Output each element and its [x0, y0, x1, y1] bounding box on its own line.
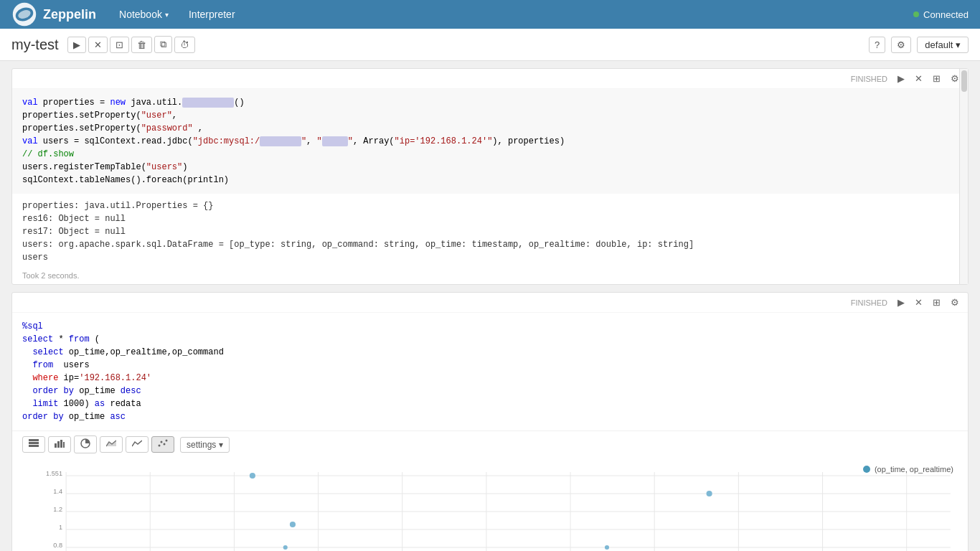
svg-point-57: [290, 522, 296, 527]
svg-point-13: [161, 441, 163, 443]
cell-2-status: FINISHED: [851, 298, 887, 307]
header-right: ? ⚙ default ▾: [869, 37, 969, 53]
legend-label: (op_time, op_realtime): [875, 465, 953, 474]
viz-table-button[interactable]: [22, 436, 45, 453]
chart-area: (op_time, op_realtime) .grid-line { stro…: [12, 458, 968, 551]
cell-2-header: FINISHED ▶ ✕ ⊞ ⚙: [12, 293, 968, 313]
stop-button[interactable]: ✕: [88, 37, 108, 53]
viz-line-button[interactable]: [126, 436, 149, 453]
pie-chart-icon: [80, 438, 90, 448]
delete-button[interactable]: 🗑: [131, 37, 152, 53]
area-chart-icon: [106, 439, 116, 448]
cell-2-table-button[interactable]: ⊞: [930, 296, 943, 309]
scatter-chart: .grid-line { stroke: #e8e8e8; stroke-wid…: [22, 465, 958, 551]
cell-1-header: FINISHED ▶ ✕ ⊞ ⚙: [12, 69, 968, 89]
svg-text:1.2: 1.2: [53, 506, 62, 513]
cell-1-scrollbar[interactable]: [959, 69, 968, 284]
toolbar-group: ▶ ✕ ⊡ 🗑 ⧉ ⏱: [67, 36, 195, 53]
nav-notebook[interactable]: Notebook ▾: [110, 4, 177, 24]
bar-chart-icon: [55, 439, 65, 448]
svg-point-12: [159, 445, 161, 447]
svg-rect-9: [63, 442, 65, 448]
page-title: my-test: [11, 37, 59, 53]
cell-2-stop-button[interactable]: ✕: [912, 296, 925, 309]
cell-1-output: properties: java.util.Properties = {} re…: [12, 194, 968, 270]
cell-2-run-button[interactable]: ▶: [895, 296, 908, 309]
table-icon: [29, 439, 39, 448]
svg-point-56: [250, 473, 255, 479]
page-header: my-test ▶ ✕ ⊡ 🗑 ⧉ ⏱ ? ⚙ default ▾: [0, 29, 980, 61]
settings-button[interactable]: ⚙: [891, 37, 911, 53]
svg-point-75: [605, 545, 609, 550]
svg-text:0.8: 0.8: [53, 542, 62, 549]
notebook-dropdown-arrow: ▾: [165, 11, 169, 19]
connection-status: Connected: [923, 9, 969, 20]
nav-interpreter[interactable]: Interpreter: [180, 4, 244, 24]
svg-rect-5: [29, 445, 39, 447]
viz-pie-button[interactable]: [74, 435, 97, 453]
connection-indicator: [913, 11, 919, 17]
brand-name: Zeppelin: [43, 7, 96, 22]
viz-toolbar: settings ▾: [12, 430, 968, 458]
navbar: Zeppelin Notebook ▾ Interpreter Connecte…: [0, 0, 980, 29]
cell-1-code[interactable]: val properties = new java.util.Propertie…: [12, 89, 968, 194]
svg-rect-4: [29, 442, 39, 444]
legend-dot: [863, 466, 870, 473]
line-chart-icon: [132, 439, 142, 448]
svg-point-15: [166, 440, 168, 442]
svg-point-14: [164, 443, 166, 446]
svg-text:1.551: 1.551: [46, 470, 62, 477]
cell-1: FINISHED ▶ ✕ ⊞ ⚙ val properties = new ja…: [11, 68, 969, 285]
run-all-button[interactable]: ▶: [67, 37, 86, 53]
chart-legend: (op_time, op_realtime): [863, 465, 953, 474]
brand[interactable]: Zeppelin: [11, 1, 96, 27]
viz-bar-button[interactable]: [48, 436, 71, 453]
history-button[interactable]: ⏱: [174, 37, 195, 53]
clear-button[interactable]: ⊡: [110, 37, 129, 53]
cell-2-settings-button[interactable]: ⚙: [948, 296, 962, 309]
zeppelin-logo: [11, 1, 37, 27]
default-dropdown[interactable]: default ▾: [917, 37, 969, 53]
svg-text:1.4: 1.4: [53, 488, 62, 495]
cell-1-status: FINISHED: [851, 75, 887, 83]
cell-1-stop-button[interactable]: ✕: [912, 72, 925, 85]
svg-text:1: 1: [59, 524, 62, 531]
scatter-chart-icon: [158, 439, 168, 448]
cell-2-code[interactable]: %sql select * from ( select op_time,op_r…: [12, 313, 968, 430]
chart-settings-button[interactable]: settings ▾: [180, 437, 230, 453]
cell-2: FINISHED ▶ ✕ ⊞ ⚙ %sql select * from ( se…: [11, 292, 969, 551]
svg-rect-6: [55, 443, 57, 448]
navbar-right: Connected: [913, 9, 969, 20]
svg-rect-8: [60, 440, 62, 448]
viz-area-button[interactable]: [100, 436, 123, 453]
cell-1-footer: Took 2 seconds.: [12, 270, 968, 284]
viz-scatter-button[interactable]: [151, 436, 174, 453]
cell-1-run-button[interactable]: ▶: [895, 72, 908, 85]
svg-point-77: [707, 491, 712, 496]
cell-1-table-button[interactable]: ⊞: [930, 72, 943, 85]
svg-point-66: [283, 545, 288, 550]
main-content: FINISHED ▶ ✕ ⊞ ⚙ val properties = new ja…: [0, 61, 980, 551]
svg-rect-3: [29, 439, 39, 441]
svg-rect-7: [57, 441, 60, 448]
help-button[interactable]: ?: [869, 37, 885, 53]
copy-button[interactable]: ⧉: [154, 36, 172, 53]
nav-menu: Notebook ▾ Interpreter: [110, 4, 244, 24]
